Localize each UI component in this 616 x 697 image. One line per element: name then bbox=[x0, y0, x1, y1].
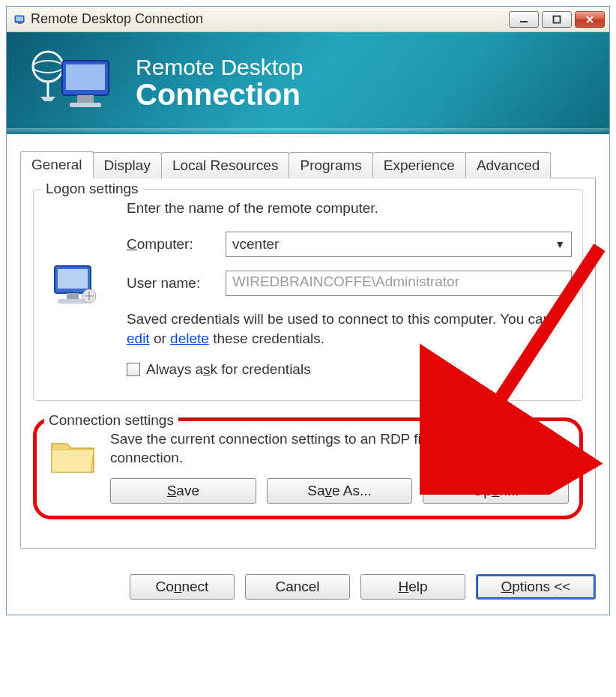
cancel-button[interactable]: Cancel bbox=[245, 574, 350, 600]
cred-or: or bbox=[150, 331, 170, 346]
cred-prefix: Saved credentials will be used to connec… bbox=[127, 311, 551, 327]
username-input[interactable]: WIREDBRAINCOFFE\Administrator bbox=[226, 271, 572, 296]
banner-text: Remote Desktop Connection bbox=[136, 56, 303, 110]
computer-field-row: Computer: vcenter ▼ bbox=[127, 232, 572, 257]
svg-rect-10 bbox=[77, 95, 94, 103]
window-frame: Remote Desktop Connection Remote D bbox=[6, 6, 610, 615]
tab-display[interactable]: Display bbox=[93, 152, 162, 178]
svg-rect-9 bbox=[66, 64, 105, 90]
saved-credentials-text: Saved credentials will be used to connec… bbox=[127, 310, 572, 348]
edit-credentials-link[interactable]: edit bbox=[127, 331, 150, 346]
computer-combo[interactable]: vcenter ▼ bbox=[226, 232, 572, 257]
banner-line2: Connection bbox=[136, 79, 303, 110]
svg-point-5 bbox=[33, 52, 63, 82]
save-as-button[interactable]: Save As... bbox=[267, 478, 413, 504]
close-button[interactable] bbox=[575, 11, 605, 28]
logon-content: Enter the name of the remote computer. C… bbox=[44, 200, 572, 378]
svg-rect-13 bbox=[58, 269, 88, 289]
maximize-button[interactable] bbox=[542, 11, 572, 28]
connection-content: Save the current connection settings to … bbox=[47, 430, 569, 503]
tab-advanced[interactable]: Advanced bbox=[465, 152, 552, 178]
tab-experience[interactable]: Experience bbox=[372, 152, 466, 178]
group-connection-title: Connection settings bbox=[44, 412, 178, 429]
content-area: General Display Local Resources Programs… bbox=[7, 134, 609, 561]
remote-desktop-banner-icon bbox=[29, 46, 119, 121]
logon-instruction: Enter the name of the remote computer. bbox=[127, 200, 572, 217]
connection-text: Save the current connection settings to … bbox=[110, 430, 569, 467]
computer-icon bbox=[44, 262, 104, 314]
cred-suffix: these credentials. bbox=[209, 331, 324, 346]
svg-point-6 bbox=[33, 61, 63, 73]
open-button[interactable]: Open... bbox=[423, 478, 569, 504]
title-text: Remote Desktop Connection bbox=[31, 11, 509, 27]
svg-rect-3 bbox=[520, 21, 528, 22]
folder-icon bbox=[47, 433, 100, 478]
options-button[interactable]: Options << bbox=[476, 574, 596, 600]
always-ask-checkbox[interactable] bbox=[127, 363, 140, 376]
dropdown-arrow-icon: ▼ bbox=[555, 238, 565, 250]
group-logon-settings: Logon settings Enter the name bbox=[33, 189, 583, 401]
svg-rect-1 bbox=[16, 16, 23, 21]
username-label: User name: bbox=[127, 275, 226, 292]
window-controls bbox=[509, 11, 605, 28]
group-logon-title: Logon settings bbox=[41, 181, 143, 197]
banner: Remote Desktop Connection bbox=[7, 32, 609, 134]
save-button[interactable]: Save bbox=[110, 478, 256, 504]
footer-buttons: Connect Cancel Help Options << bbox=[7, 561, 609, 615]
tab-local-resources[interactable]: Local Resources bbox=[161, 152, 290, 178]
banner-line1: Remote Desktop bbox=[136, 56, 303, 79]
rdp-icon bbox=[11, 13, 26, 25]
help-button[interactable]: Help bbox=[360, 574, 465, 600]
connect-button[interactable]: Connect bbox=[130, 574, 235, 600]
computer-value: vcenter bbox=[232, 236, 279, 253]
tab-general[interactable]: General bbox=[20, 151, 94, 178]
username-field-row: User name: WIREDBRAINCOFFE\Administrator bbox=[127, 271, 572, 296]
title-bar: Remote Desktop Connection bbox=[7, 7, 609, 32]
tab-body: Logon settings Enter the name bbox=[20, 178, 596, 549]
tab-strip: General Display Local Resources Programs… bbox=[20, 151, 596, 178]
svg-rect-4 bbox=[554, 16, 561, 22]
always-ask-row[interactable]: Always ask for credentials bbox=[127, 361, 572, 378]
delete-credentials-link[interactable]: delete bbox=[170, 331, 209, 346]
group-connection-settings: Connection settings Save the current con… bbox=[33, 417, 583, 519]
connection-buttons: Save Save As... Open... bbox=[110, 478, 569, 504]
svg-rect-2 bbox=[18, 22, 22, 24]
always-ask-label: Always ask for credentials bbox=[146, 361, 311, 378]
svg-rect-11 bbox=[70, 103, 101, 107]
svg-rect-14 bbox=[67, 293, 79, 299]
minimize-button[interactable] bbox=[509, 11, 539, 28]
computer-label: Computer: bbox=[127, 236, 226, 253]
tab-programs[interactable]: Programs bbox=[289, 152, 372, 178]
